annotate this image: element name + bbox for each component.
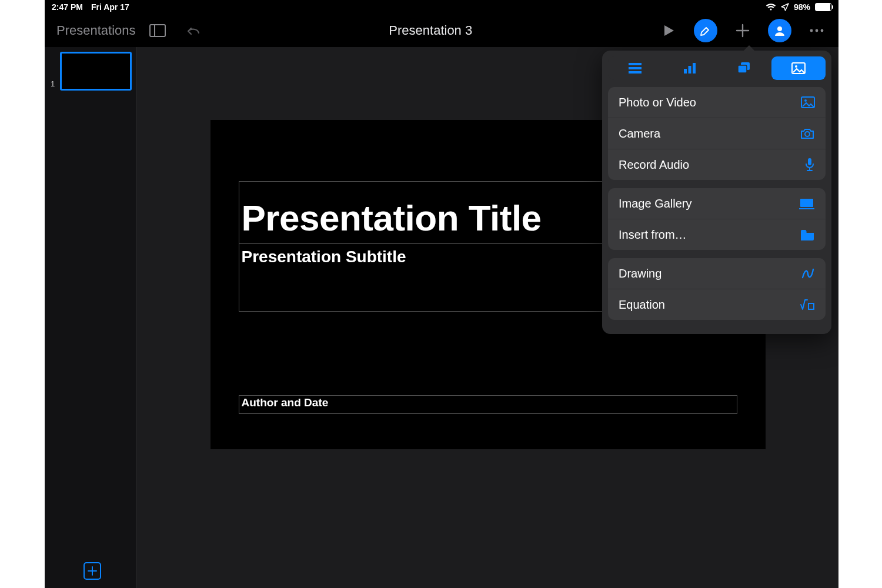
play-button[interactable] bbox=[659, 21, 679, 41]
layout-button[interactable] bbox=[148, 21, 168, 41]
svg-point-18 bbox=[805, 132, 810, 136]
status-bar: 2:47 PM Fri Apr 17 98% bbox=[45, 0, 838, 14]
svg-rect-10 bbox=[688, 66, 691, 74]
row-drawing[interactable]: Drawing bbox=[608, 258, 826, 289]
svg-rect-11 bbox=[693, 63, 696, 74]
row-label: Record Audio bbox=[619, 158, 689, 172]
svg-point-17 bbox=[804, 99, 807, 102]
row-label: Drawing bbox=[619, 267, 662, 280]
equation-icon bbox=[800, 299, 815, 310]
row-label: Equation bbox=[619, 298, 665, 312]
image-icon bbox=[801, 96, 815, 108]
battery-percent: 98% bbox=[794, 2, 810, 12]
svg-rect-8 bbox=[629, 71, 642, 74]
gallery-icon bbox=[799, 198, 815, 209]
insert-category-segmented[interactable] bbox=[608, 56, 826, 80]
status-date: Fri Apr 17 bbox=[91, 2, 129, 12]
author-text[interactable]: Author and Date bbox=[242, 396, 329, 409]
svg-rect-20 bbox=[800, 199, 813, 207]
collaborate-button[interactable] bbox=[768, 19, 791, 42]
tab-media[interactable] bbox=[771, 56, 826, 80]
svg-point-15 bbox=[795, 65, 797, 68]
row-label: Image Gallery bbox=[619, 197, 692, 211]
media-group-2: Image Gallery Insert from… bbox=[608, 188, 826, 250]
app-window: 2:47 PM Fri Apr 17 98% Presentations Pre… bbox=[45, 0, 838, 588]
battery-icon bbox=[815, 3, 831, 11]
row-label: Photo or Video bbox=[619, 96, 696, 109]
mic-icon bbox=[804, 158, 815, 172]
svg-rect-21 bbox=[799, 208, 814, 209]
svg-rect-13 bbox=[738, 65, 747, 73]
svg-rect-9 bbox=[684, 69, 687, 74]
svg-rect-19 bbox=[808, 158, 811, 165]
slide-thumbnail-1[interactable] bbox=[60, 52, 132, 91]
svg-point-3 bbox=[810, 29, 813, 32]
media-group-3: Drawing Equation bbox=[608, 258, 826, 320]
row-label: Insert from… bbox=[619, 228, 687, 242]
presentations-back-button[interactable]: Presentations bbox=[56, 23, 136, 38]
svg-rect-6 bbox=[629, 63, 642, 65]
tab-tables[interactable] bbox=[608, 56, 663, 80]
svg-rect-0 bbox=[150, 25, 165, 36]
slide-navigator: 1 bbox=[45, 47, 137, 588]
row-photo-or-video[interactable]: Photo or Video bbox=[608, 87, 826, 118]
more-button[interactable] bbox=[807, 21, 827, 41]
row-record-audio[interactable]: Record Audio bbox=[608, 149, 826, 180]
status-time: 2:47 PM bbox=[52, 2, 83, 12]
row-insert-from[interactable]: Insert from… bbox=[608, 219, 826, 250]
undo-button[interactable] bbox=[183, 21, 203, 41]
folder-icon bbox=[800, 229, 815, 240]
svg-point-4 bbox=[816, 29, 818, 32]
svg-point-5 bbox=[821, 29, 824, 32]
author-placeholder[interactable]: Author and Date bbox=[239, 395, 737, 414]
tab-shapes[interactable] bbox=[717, 56, 771, 80]
row-image-gallery[interactable]: Image Gallery bbox=[608, 188, 826, 219]
camera-icon bbox=[800, 128, 815, 139]
slide-thumb-number: 1 bbox=[51, 79, 55, 88]
insert-popover: Photo or Video Camera Record Audio Image… bbox=[602, 51, 831, 334]
format-brush-button[interactable] bbox=[694, 19, 717, 42]
svg-point-2 bbox=[777, 26, 782, 31]
media-group-1: Photo or Video Camera Record Audio bbox=[608, 87, 826, 180]
document-title[interactable]: Presentation 3 bbox=[218, 23, 643, 38]
row-label: Camera bbox=[619, 127, 660, 141]
row-camera[interactable]: Camera bbox=[608, 118, 826, 149]
add-slide-button[interactable] bbox=[83, 562, 101, 580]
tab-charts[interactable] bbox=[663, 56, 717, 80]
add-button[interactable] bbox=[733, 21, 753, 41]
wifi-icon bbox=[766, 3, 776, 11]
svg-rect-7 bbox=[629, 67, 642, 69]
squiggle-icon bbox=[801, 267, 815, 280]
row-equation[interactable]: Equation bbox=[608, 289, 826, 320]
location-icon bbox=[781, 3, 789, 11]
toolbar: Presentations Presentation 3 bbox=[45, 14, 838, 47]
